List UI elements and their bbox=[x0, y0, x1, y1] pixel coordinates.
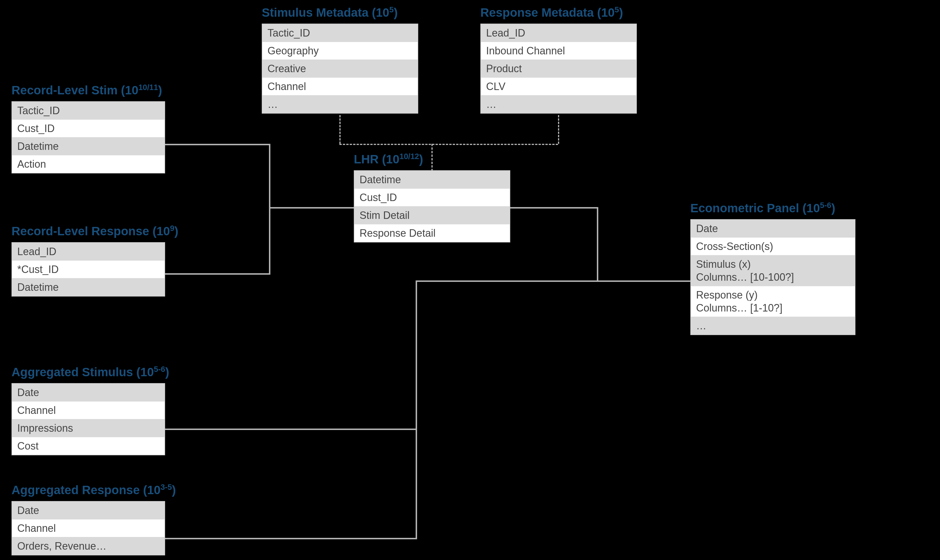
connector bbox=[415, 280, 598, 282]
connector bbox=[269, 207, 271, 275]
connector bbox=[269, 144, 271, 209]
entity-stimulus-metadata: Stimulus Metadata (105) Tactic_ID Geogra… bbox=[262, 6, 418, 114]
field: Datetime bbox=[12, 278, 165, 296]
field: … bbox=[262, 95, 418, 113]
connector bbox=[415, 280, 417, 430]
fields-record-level-response: Lead_ID *Cust_ID Datetime bbox=[11, 242, 165, 297]
field: *Cust_ID bbox=[12, 261, 165, 278]
field: Cross-Section(s) bbox=[691, 238, 855, 255]
field: Geography bbox=[262, 42, 418, 60]
field: Datetime bbox=[354, 171, 510, 189]
connector bbox=[269, 207, 355, 209]
field: Inbound Channel bbox=[481, 42, 636, 60]
connector bbox=[415, 429, 417, 539]
field: Date bbox=[12, 502, 165, 520]
title-record-level-response: Record-Level Response (109) bbox=[11, 225, 178, 238]
entity-aggregated-stimulus: Aggregated Stimulus (105-6) Date Channel… bbox=[11, 365, 169, 455]
title-econometric-panel: Econometric Panel (105-6) bbox=[690, 202, 855, 215]
fields-econometric-panel: Date Cross-Section(s) Stimulus (x)Column… bbox=[690, 219, 855, 335]
field: Channel bbox=[12, 520, 165, 537]
title-aggregated-response: Aggregated Response (103-5) bbox=[11, 483, 176, 497]
connector bbox=[597, 207, 598, 282]
entity-lhr: LHR (1010/12) Datetime Cust_ID Stim Deta… bbox=[354, 152, 510, 243]
field: Impressions bbox=[12, 419, 165, 437]
fields-lhr: Datetime Cust_ID Stim Detail Response De… bbox=[354, 170, 510, 243]
fields-aggregated-response: Date Channel Orders, Revenue… bbox=[11, 501, 165, 555]
field: Cost bbox=[12, 437, 165, 455]
connector bbox=[164, 273, 271, 275]
field: Date bbox=[691, 220, 855, 238]
connector-dashed bbox=[339, 144, 558, 145]
field: Lead_ID bbox=[12, 243, 165, 261]
field: Stimulus (x)Columns… [10-100?] bbox=[691, 255, 855, 286]
connector-dashed bbox=[339, 115, 340, 144]
connector bbox=[597, 280, 692, 282]
title-lhr: LHR (1010/12) bbox=[354, 152, 510, 166]
connector bbox=[164, 429, 417, 430]
field: Channel bbox=[262, 78, 418, 95]
field: Creative bbox=[262, 60, 418, 78]
field: Product bbox=[481, 60, 636, 78]
fields-stimulus-metadata: Tactic_ID Geography Creative Channel … bbox=[262, 24, 418, 114]
entity-record-level-stim: Record-Level Stim (1010/11) Tactic_ID Cu… bbox=[11, 83, 165, 174]
field: Channel bbox=[12, 402, 165, 419]
field: Cust_ID bbox=[354, 189, 510, 206]
field: Cust_ID bbox=[12, 120, 165, 137]
entity-response-metadata: Response Metadata (105) Lead_ID Inbound … bbox=[480, 6, 637, 114]
field: Datetime bbox=[12, 137, 165, 155]
entity-record-level-response: Record-Level Response (109) Lead_ID *Cus… bbox=[11, 225, 178, 297]
fields-aggregated-stimulus: Date Channel Impressions Cost bbox=[11, 383, 165, 455]
connector bbox=[509, 207, 598, 209]
field: Tactic_ID bbox=[262, 24, 418, 42]
title-stimulus-metadata: Stimulus Metadata (105) bbox=[262, 6, 418, 20]
connector bbox=[164, 144, 271, 145]
field: … bbox=[691, 317, 855, 334]
field: CLV bbox=[481, 78, 636, 95]
title-response-metadata: Response Metadata (105) bbox=[480, 6, 637, 20]
fields-response-metadata: Lead_ID Inbound Channel Product CLV … bbox=[480, 24, 637, 114]
entity-aggregated-response: Aggregated Response (103-5) Date Channel… bbox=[11, 483, 176, 555]
field: Orders, Revenue… bbox=[12, 537, 165, 555]
field: … bbox=[481, 95, 636, 113]
field: Tactic_ID bbox=[12, 102, 165, 120]
field: Stim Detail bbox=[354, 206, 510, 225]
field: Response Detail bbox=[354, 225, 510, 242]
fields-record-level-stim: Tactic_ID Cust_ID Datetime Action bbox=[11, 101, 165, 174]
title-record-level-stim: Record-Level Stim (1010/11) bbox=[11, 83, 165, 97]
field: Response (y)Columns… [1-10?] bbox=[691, 286, 855, 317]
field: Action bbox=[12, 155, 165, 173]
connector bbox=[164, 538, 417, 539]
connector-dashed bbox=[558, 115, 559, 144]
title-aggregated-stimulus: Aggregated Stimulus (105-6) bbox=[11, 365, 169, 379]
field: Lead_ID bbox=[481, 24, 636, 42]
entity-econometric-panel: Econometric Panel (105-6) Date Cross-Sec… bbox=[690, 202, 855, 335]
field: Date bbox=[12, 384, 165, 402]
